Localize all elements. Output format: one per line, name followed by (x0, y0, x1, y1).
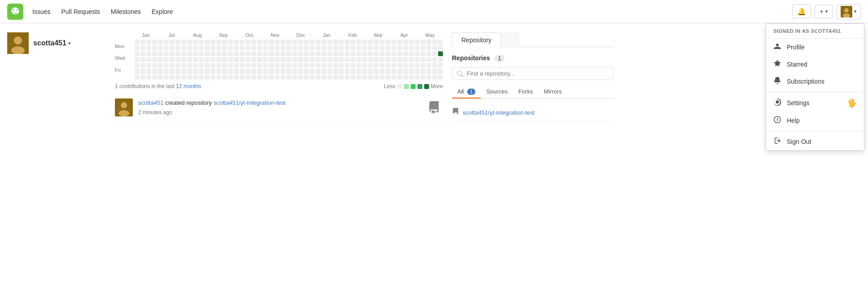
grid-cell (205, 51, 210, 56)
grid-cell (140, 69, 145, 74)
grid-col (210, 40, 215, 80)
grid-cell (304, 40, 309, 45)
grid-cell (362, 75, 367, 80)
grid-cell (175, 57, 180, 62)
grid-cell (298, 51, 303, 56)
grid-cell (298, 57, 303, 62)
profile-avatar (7, 32, 29, 54)
grid-cell (351, 69, 355, 74)
dropdown-starred[interactable]: Starred (766, 56, 864, 73)
dropdown-subscriptions[interactable]: Subscriptions (766, 73, 864, 90)
grid-cell (298, 40, 303, 45)
grid-cell (386, 63, 390, 68)
grid-cell (292, 57, 297, 62)
grid-col (170, 40, 175, 80)
filter-tab-mirrors[interactable]: Mirrors (538, 85, 567, 98)
grid-col (426, 40, 431, 80)
dropdown-starred-label: Starred (787, 61, 807, 68)
filter-tab-forks[interactable]: Forks (513, 85, 539, 98)
logo[interactable] (7, 4, 23, 20)
grid-cell (333, 45, 338, 50)
grid-cell (181, 63, 186, 68)
grid-cell (421, 45, 425, 50)
dropdown-help[interactable]: Help (766, 112, 864, 129)
grid-cell (351, 45, 355, 50)
grid-cell (351, 51, 355, 56)
legend-cell-3 (417, 84, 422, 89)
user-menu-button[interactable]: ▾ (837, 4, 861, 19)
notification-button[interactable]: 🔔 (792, 4, 811, 18)
grid-cell (345, 63, 350, 68)
grid-cell (228, 45, 233, 50)
filter-tab-all[interactable]: All 1 (452, 85, 481, 98)
grid-cell (403, 69, 408, 74)
grid-cell (391, 69, 396, 74)
grid-cell (374, 51, 379, 56)
grid-cell (397, 75, 402, 80)
grid-cell (251, 69, 256, 74)
grid-cell (345, 75, 350, 80)
grid-col (292, 40, 297, 80)
grid-cell (292, 45, 297, 50)
grid-cell (374, 57, 379, 62)
grid-col (234, 40, 239, 80)
grid-col (158, 40, 163, 80)
month-jun: Jun (133, 32, 159, 38)
grid-cell (210, 57, 215, 62)
grid-cell (240, 45, 245, 50)
grid-cell (251, 51, 256, 56)
grid-cell (397, 51, 402, 56)
grid-col (205, 40, 210, 80)
grid-cell (321, 40, 326, 45)
grid-cell (321, 69, 326, 74)
grid-col (193, 40, 198, 80)
activity-content: scotta451 created repository scotta451/y… (138, 98, 420, 116)
grid-cell (380, 75, 385, 80)
svg-point-11 (118, 110, 129, 116)
grid-col (140, 40, 145, 80)
grid-cell (269, 75, 274, 80)
grid-cell (286, 63, 291, 68)
repo-filter-tabs: All 1 Sources Forks Mirrors (452, 85, 614, 99)
grid-cell (327, 45, 332, 50)
grid-cell (386, 51, 390, 56)
activity-repo-link[interactable]: scotta451/yt-integration-test (214, 99, 285, 106)
nav-pull-requests[interactable]: Pull Requests (61, 6, 100, 17)
nav-explore[interactable]: Explore (152, 6, 173, 17)
grid-cell (140, 51, 145, 56)
grid-cell (368, 69, 373, 74)
grid-cell (170, 57, 175, 62)
grid-cell (339, 57, 344, 62)
grid-cell (286, 40, 291, 45)
grid-cell (135, 57, 140, 62)
star-icon (773, 60, 781, 69)
dropdown-profile[interactable]: Profile (766, 39, 864, 56)
grid-cell (409, 69, 414, 74)
grid-cell (216, 63, 221, 68)
grid-col (432, 40, 437, 80)
grid-cell (187, 45, 192, 50)
nav-milestones[interactable]: Milestones (111, 6, 141, 17)
months-link[interactable]: 12 months (176, 83, 201, 89)
month-jul: Jul (159, 32, 185, 38)
new-item-button[interactable]: + ▾ (815, 5, 833, 18)
grid-cell (234, 45, 239, 50)
nav-issues[interactable]: Issues (32, 6, 50, 17)
grid-cell (292, 40, 297, 45)
tab-other[interactable] (501, 32, 519, 47)
repo-search-box (452, 67, 614, 80)
grid-cell (135, 63, 140, 68)
grid-cell (409, 51, 414, 56)
repo-search-input[interactable] (467, 70, 609, 77)
grid-cell (403, 45, 408, 50)
filter-tab-sources[interactable]: Sources (481, 85, 513, 98)
profile-username-dropdown[interactable]: scotta451 ▾ (33, 39, 71, 47)
grid-cell (421, 57, 425, 62)
tab-repository[interactable]: Repository (452, 32, 501, 47)
grid-cell (234, 57, 239, 62)
grid-cell (368, 51, 373, 56)
dropdown-settings[interactable]: Settings 🖐 (766, 94, 864, 112)
activity-user-link[interactable]: scotta451 (138, 99, 163, 106)
repo-item-link[interactable]: scotta451/yt-integration-test (463, 109, 535, 116)
grid-col (298, 40, 303, 80)
